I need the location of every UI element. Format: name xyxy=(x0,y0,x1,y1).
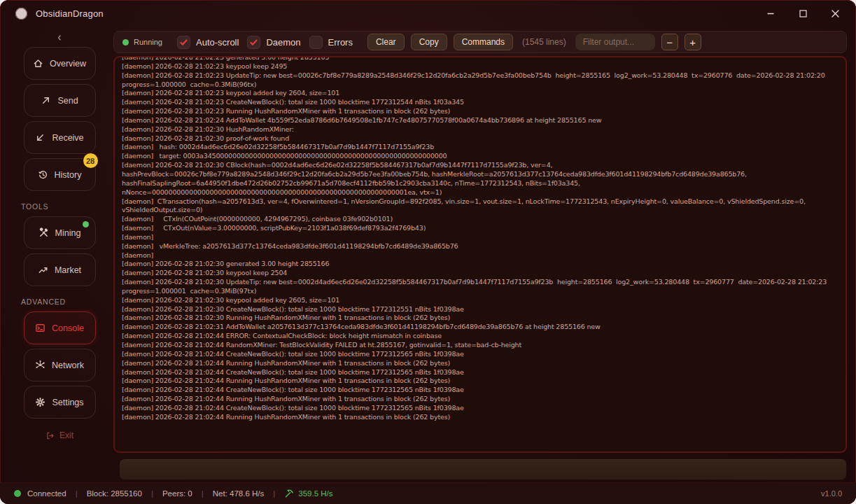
log-line: [daemon] 2026-02-28 21:02:30 keypool add… xyxy=(122,296,839,305)
auto-scroll-checkbox-box[interactable] xyxy=(177,36,190,49)
daemon-running-dot xyxy=(122,39,129,46)
log-line: [daemon] 2026-02-28 21:02:30 UpdateTip: … xyxy=(122,278,839,296)
errors-checkbox-box[interactable] xyxy=(309,36,323,49)
sidebar-section-label: TOOLS xyxy=(21,202,105,211)
daemon-status-label: Running xyxy=(134,38,162,46)
console-toolbar: Running Auto-scrollDaemonErrors ClearCop… xyxy=(113,31,847,53)
log-line: [daemon] 2026-02-28 21:02:44 CreateNewBl… xyxy=(122,368,839,377)
sidebar-item-mining[interactable]: Mining xyxy=(24,216,96,249)
log-line: [daemon] 2026-02-28 21:02:30 CBlock(hash… xyxy=(122,161,839,197)
log-line: [daemon] 2026-02-28 21:02:30 proof-of-wo… xyxy=(122,134,839,144)
maximize-button[interactable] xyxy=(797,8,808,19)
log-line: [daemon] 2026-02-28 21:02:30 generated 3… xyxy=(122,260,839,269)
mining-active-dot xyxy=(83,221,89,227)
log-line: [daemon] 2026-02-28 21:02:44 Running Hus… xyxy=(122,377,839,386)
connection-status-dot xyxy=(14,490,21,497)
sidebar-item-label: Send xyxy=(57,96,78,106)
errors-checkbox-label: Errors xyxy=(328,37,353,48)
exit-label: Exit xyxy=(59,430,73,440)
sidebar: OverviewSendReceiveHistory28TOOLSMiningM… xyxy=(14,31,105,454)
command-input-wrap xyxy=(119,458,847,480)
log-line: [daemon] 2026-02-28 21:02:30 keypool kee… xyxy=(122,269,839,278)
sidebar-item-exit[interactable]: Exit xyxy=(35,428,84,442)
separator: | xyxy=(273,489,275,498)
log-line: [daemon] 2026-02-28 21:02:23 keypool add… xyxy=(122,89,839,98)
send-icon xyxy=(41,95,51,106)
close-button[interactable] xyxy=(829,8,841,19)
log-line: [daemon] 2026-02-28 21:02:44 CreateNewBl… xyxy=(122,350,839,359)
log-line: [daemon] 2026-02-28 21:02:23 UpdateTip: … xyxy=(122,71,839,90)
pickaxe-icon xyxy=(284,489,294,498)
local-hashrate-label: 359.5 H/s xyxy=(298,489,332,498)
console-output-panel[interactable]: [daemon] 2026-02-28 21:02:23 generated 3… xyxy=(113,56,847,453)
checkbox-daemon[interactable]: Daemon xyxy=(247,36,300,49)
network-hashrate-label: Net: 478.6 H/s xyxy=(213,489,265,498)
log-line: [daemon] 2026-02-28 21:02:23 Running Hus… xyxy=(122,107,839,116)
sidebar-item-label: Overview xyxy=(50,59,86,69)
sidebar-item-label: History xyxy=(55,170,82,180)
app-logo-icon xyxy=(15,8,27,20)
filter-output-input[interactable] xyxy=(575,34,655,50)
copy-button[interactable]: Copy xyxy=(411,34,447,50)
log-line: [daemon] 2026-02-28 21:02:31 AddToWallet… xyxy=(122,323,839,332)
window-title: ObsidianDragon xyxy=(36,8,104,19)
log-line: [daemon] 2026-02-28 21:02:30 HushRandomX… xyxy=(122,125,839,134)
sidebar-item-label: Mining xyxy=(55,228,81,238)
chevron-left-icon xyxy=(55,32,64,45)
sidebar-item-history[interactable]: History28 xyxy=(24,158,96,191)
separator: | xyxy=(76,489,78,498)
sidebar-item-receive[interactable]: Receive xyxy=(24,121,96,154)
log-line: [daemon] 2026-02-28 21:02:23 generated 3… xyxy=(122,56,839,62)
sidebar-item-label: Settings xyxy=(52,398,83,407)
console-icon xyxy=(35,323,45,333)
log-line: [daemon] 2026-02-28 21:02:44 CreateNewBl… xyxy=(122,386,839,395)
separator: | xyxy=(151,489,153,498)
sidebar-item-network[interactable]: Network xyxy=(24,349,96,382)
sidebar-section-label: ADVANCED xyxy=(21,298,105,306)
log-line: [daemon] 2026-02-28 21:02:24 AddToWallet… xyxy=(122,116,839,125)
console-log: [daemon] 2026-02-28 21:02:23 generated 3… xyxy=(122,56,839,422)
log-line: [daemon] xyxy=(122,251,839,260)
sidebar-item-settings[interactable]: Settings xyxy=(24,386,96,419)
market-icon xyxy=(38,265,48,275)
log-line: [daemon] target: 0003a345000000000000000… xyxy=(122,152,839,161)
sidebar-item-market[interactable]: Market xyxy=(24,253,96,286)
font-larger-button[interactable]: + xyxy=(685,34,701,50)
daemon-checkbox-label: Daemon xyxy=(266,37,300,48)
log-line: [daemon] 2026-02-28 21:02:44 ERROR: Cont… xyxy=(122,332,839,341)
titlebar: ObsidianDragon xyxy=(0,0,856,27)
home-icon xyxy=(33,58,43,69)
sidebar-item-label: Console xyxy=(52,323,84,333)
line-count-label: (1545 lines) xyxy=(522,37,566,47)
commands-button[interactable]: Commands xyxy=(454,34,513,50)
sidebar-item-send[interactable]: Send xyxy=(24,84,96,117)
history-count-badge: 28 xyxy=(83,153,98,168)
font-smaller-button[interactable]: − xyxy=(661,34,678,50)
log-line: [daemon] CTxIn(COutPoint(0000000000, 429… xyxy=(122,215,839,224)
window-controls xyxy=(765,8,841,19)
app-version-label: v1.0.0 xyxy=(821,489,842,498)
separator: | xyxy=(202,489,204,498)
clear-button[interactable]: Clear xyxy=(367,34,405,50)
command-input[interactable] xyxy=(120,459,846,479)
sidebar-item-console[interactable]: Console xyxy=(24,312,96,344)
log-line: [daemon] 2026-02-28 21:02:44 CreateNewBl… xyxy=(122,404,839,413)
minimize-button[interactable] xyxy=(765,8,776,19)
log-line: [daemon] 2026-02-28 21:02:23 CreateNewBl… xyxy=(122,98,839,107)
exit-icon xyxy=(45,431,55,440)
log-line: [daemon] 2026-02-28 21:02:23 keypool kee… xyxy=(122,62,839,71)
peers-label: Peers: 0 xyxy=(162,489,192,498)
daemon-checkbox-box[interactable] xyxy=(247,36,260,49)
log-line: [daemon] CTxOut(nValue=3.00000000, scrip… xyxy=(122,224,839,233)
connection-status-label: Connected xyxy=(27,489,66,498)
checkbox-auto-scroll[interactable]: Auto-scroll xyxy=(177,36,239,49)
sidebar-item-label: Network xyxy=(52,360,84,370)
sidebar-item-overview[interactable]: Overview xyxy=(24,47,96,80)
settings-icon xyxy=(35,397,45,407)
checkbox-errors[interactable]: Errors xyxy=(309,36,353,49)
app-window: ObsidianDragon OverviewSendReceiveHistor… xyxy=(0,0,856,504)
auto-scroll-checkbox-label: Auto-scroll xyxy=(196,37,239,48)
block-height-label: Block: 2855160 xyxy=(87,489,142,498)
history-icon xyxy=(38,169,48,180)
sidebar-collapse-button[interactable] xyxy=(14,34,105,43)
